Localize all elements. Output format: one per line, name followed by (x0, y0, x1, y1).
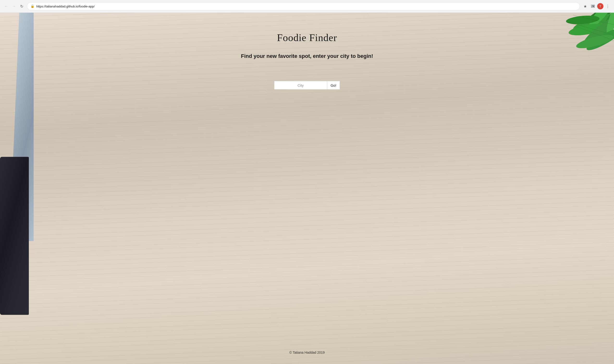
browser-actions: ★ T ⋮ (582, 3, 611, 10)
app-title: Foodie Finder (277, 32, 337, 43)
page-main: Foodie Finder Find your new favorite spo… (241, 32, 373, 90)
reload-button[interactable]: ↻ (18, 3, 25, 10)
main-content: Foodie Finder Find your new favorite spo… (0, 13, 614, 364)
user-avatar[interactable]: T (597, 3, 603, 9)
footer-text: © Tatiana Haddad 2019 (289, 351, 324, 354)
tagline: Find your new favorite spot, enter your … (241, 53, 373, 59)
browser-toolbar: ← → ↻ 🔒 https://tatianahaddad.github.io/… (0, 0, 614, 13)
lock-icon: 🔒 (30, 4, 34, 8)
page-content: Foodie Finder Find your new favorite spo… (0, 13, 614, 364)
city-input[interactable] (274, 81, 327, 90)
forward-button[interactable]: → (11, 3, 17, 10)
browser-chrome: ← → ↻ 🔒 https://tatianahaddad.github.io/… (0, 0, 614, 13)
address-bar[interactable]: 🔒 https://tatianahaddad.github.io/foodie… (27, 2, 580, 10)
nav-buttons: ← → ↻ (3, 3, 25, 10)
back-button[interactable]: ← (3, 3, 10, 10)
go-button[interactable]: Go! (327, 81, 340, 90)
bookmark-button[interactable]: ★ (582, 3, 588, 10)
menu-button[interactable]: ⋮ (604, 3, 611, 10)
search-form: Go! (274, 81, 340, 90)
cast-button[interactable] (589, 3, 596, 10)
url-text: https://tatianahaddad.github.io/foodie-a… (36, 5, 95, 8)
